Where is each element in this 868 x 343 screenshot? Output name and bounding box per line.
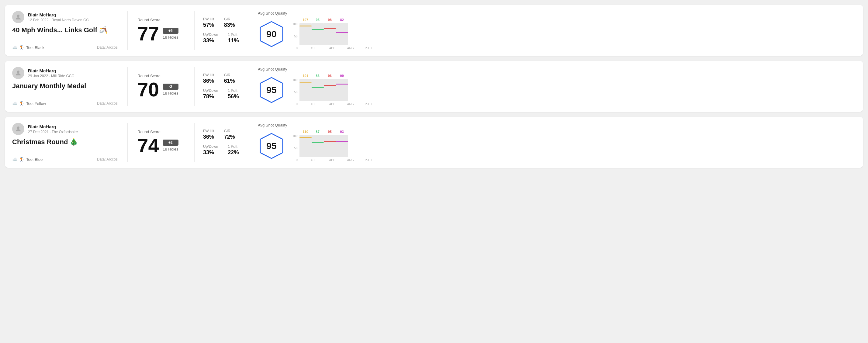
hex-wrap: 95: [258, 132, 285, 160]
tee-label: Tee: Yellow: [26, 101, 46, 106]
bar-background: [312, 135, 324, 157]
bar-line: [300, 83, 312, 83]
tee-info: ☁️ 🏌️ Tee: Yellow: [12, 101, 46, 106]
oneputt-label: 1 Putt: [228, 145, 239, 149]
card-score: Round Score 77 +5 18 Holes: [128, 11, 194, 50]
bar-top-value: 87: [316, 130, 319, 133]
stats-row-top: FW Hit 86% GIR 61%: [203, 73, 241, 84]
x-axis-labels: OTTAPPARGPUTT: [300, 46, 375, 50]
hex-score: 95: [266, 141, 276, 151]
oneputt-label: 1 Putt: [228, 33, 239, 37]
score-diff-badge: +5: [163, 28, 178, 34]
hex-score: 95: [266, 85, 276, 95]
x-axis-labels: OTTAPPARGPUTT: [300, 158, 375, 162]
score-holes: 18 Holes: [163, 91, 178, 95]
round-title: January Monthly Medal: [12, 82, 118, 90]
y-axis-labels: 100500: [292, 23, 298, 50]
bar-col: 93: [336, 130, 348, 157]
date-course: 12 Feb 2022 · Royal North Devon GC: [28, 18, 89, 22]
bar-col: 101: [300, 74, 312, 101]
y-label: 100: [292, 23, 298, 26]
hex-container: 95: [258, 132, 285, 160]
round-card: Blair McHarg 12 Feb 2022 · Royal North D…: [5, 5, 863, 56]
score-label: Round Score: [137, 129, 185, 134]
quality-label: Avg Shot Quality: [258, 123, 375, 127]
bag-icon: 🏌️: [19, 45, 24, 50]
bar-background: [324, 23, 336, 45]
card-left: Blair McHarg 27 Dec 2021 · The Oxfordshi…: [12, 123, 128, 162]
oneputt-value: 22%: [228, 149, 239, 156]
y-axis-labels: 100500: [292, 134, 298, 162]
stats-row-top: FW Hit 36% GIR 72%: [203, 129, 241, 140]
bar-col: 95: [324, 130, 336, 157]
chart-area: 101 86 96: [300, 74, 375, 101]
bar-wrapper: [324, 23, 336, 45]
card-score: Round Score 74 +2 18 Holes: [128, 123, 194, 162]
bar-col: 87: [312, 130, 324, 157]
card-stats: FW Hit 86% GIR 61% Up/Down 78% 1 Putt 56…: [194, 67, 249, 106]
bar-top-value: 95: [316, 18, 319, 22]
card-left: Blair McHarg 12 Feb 2022 · Royal North D…: [12, 11, 128, 50]
y-label: 0: [296, 46, 298, 50]
bar-wrapper: [300, 135, 312, 157]
quality-section: Avg Shot Quality 95 100500 110: [258, 123, 375, 162]
updown-stat: Up/Down 33%: [203, 145, 218, 156]
card-footer: ☁️ 🏌️ Tee: Black Data: Arccos: [12, 45, 118, 50]
user-details: Blair McHarg 29 Jan 2022 · Mill Ride GCC: [28, 68, 74, 78]
bar-col: 96: [324, 74, 336, 101]
bar-line: [312, 29, 324, 30]
bar-line: [324, 28, 336, 29]
quality-section: Avg Shot Quality 90 100500 107: [258, 11, 375, 50]
x-label: PUTT: [363, 102, 375, 106]
fw-hit-value: 36%: [203, 134, 214, 140]
user-name: Blair McHarg: [28, 68, 74, 73]
score-label: Round Score: [137, 73, 185, 78]
gir-stat: GIR 61%: [224, 73, 235, 84]
gir-label: GIR: [224, 129, 235, 133]
fw-hit-stat: FW Hit 86%: [203, 73, 214, 84]
weather-icon: ☁️: [12, 157, 17, 162]
bar-top-value: 86: [316, 74, 319, 77]
card-stats: FW Hit 36% GIR 72% Up/Down 33% 1 Putt 22…: [194, 123, 249, 162]
avatar: [12, 123, 24, 135]
fw-hit-value: 57%: [203, 22, 214, 28]
chart-area: 110 87 95: [300, 130, 375, 157]
score-diff-badge: -2: [163, 84, 178, 90]
bar-top-value: 96: [328, 74, 332, 77]
tee-label: Tee: Black: [26, 45, 44, 50]
y-label: 100: [292, 134, 298, 138]
bar-background: [324, 79, 336, 101]
bar-col: 86: [312, 74, 324, 101]
oneputt-value: 11%: [228, 37, 239, 44]
stats-row-bottom: Up/Down 33% 1 Putt 11%: [203, 33, 241, 44]
oneputt-stat: 1 Putt 11%: [228, 33, 239, 44]
fw-hit-label: FW Hit: [203, 73, 214, 77]
bar-wrapper: [324, 135, 336, 157]
gir-label: GIR: [224, 17, 235, 21]
gir-value: 61%: [224, 78, 235, 84]
bar-background: [312, 79, 324, 101]
oneputt-value: 56%: [228, 93, 239, 100]
fw-hit-label: FW Hit: [203, 17, 214, 21]
date-course: 27 Dec 2021 · The Oxfordshire: [28, 130, 78, 134]
score-holes: 18 Holes: [163, 147, 178, 151]
user-name: Blair McHarg: [28, 124, 78, 129]
score-row: 70 -2 18 Holes: [137, 80, 185, 99]
quality-label: Avg Shot Quality: [258, 11, 375, 15]
bar-wrapper: [300, 79, 312, 101]
updown-value: 33%: [203, 149, 218, 156]
oneputt-label: 1 Putt: [228, 89, 239, 93]
x-label: OTT: [308, 46, 320, 50]
gir-stat: GIR 83%: [224, 17, 235, 28]
bar-wrapper: [336, 135, 348, 157]
x-label: ARG: [344, 102, 356, 106]
card-footer: ☁️ 🏌️ Tee: Yellow Data: Arccos: [12, 101, 118, 106]
bar-line: [300, 137, 312, 138]
bar-background: [324, 135, 336, 157]
bar-background: [336, 23, 348, 45]
bar-background: [336, 135, 348, 157]
tee-label: Tee: Blue: [26, 157, 42, 162]
bar-col: 82: [336, 18, 348, 45]
bar-line: [336, 32, 348, 33]
user-info: Blair McHarg 29 Jan 2022 · Mill Ride GCC: [12, 67, 118, 79]
